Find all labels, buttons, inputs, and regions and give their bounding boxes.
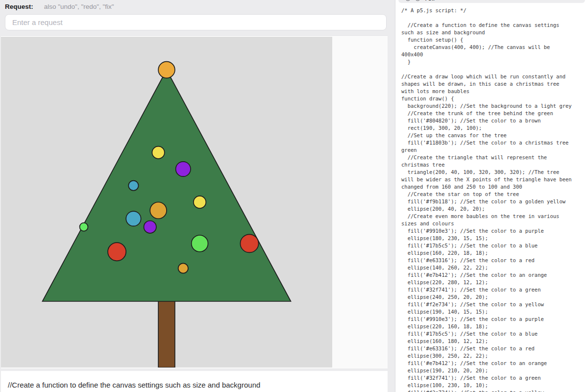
code-line: christmas tree — [401, 161, 588, 169]
code-line: such as size and background — [401, 29, 588, 36]
tree-topper-bauble — [158, 62, 175, 78]
code-line: fill('#32f741'); //Set the color to a gr… — [401, 286, 588, 294]
bauble-purple — [176, 162, 191, 176]
request-hint: also "undo", "redo", "fix" — [44, 3, 114, 10]
code-line: rect(190, 300, 20, 100); — [401, 124, 588, 132]
code-line: with lots more baubles — [401, 88, 588, 95]
undo-icon[interactable] — [405, 0, 411, 1]
code-line: //Create even more baubles on the tree i… — [401, 213, 588, 220]
code-line: function draw() { — [401, 95, 588, 102]
bauble-blue — [128, 181, 138, 191]
request-label: Request: — [5, 3, 33, 10]
code-line: createCanvas(400, 400); //The canvas wil… — [401, 44, 588, 51]
code-line: //Set up the canvas for the tree — [401, 132, 588, 139]
bauble-yellow — [194, 196, 206, 208]
bauble-orange — [150, 202, 167, 219]
code-line: changed from 160 and 250 to 100 and 300 — [401, 183, 588, 191]
code-line: fill('#e7b412'); //Set the color to an o… — [401, 271, 588, 279]
code-line: //Create the triangle that will represen… — [401, 154, 588, 161]
code-line: ellipse(220, 160, 18, 18); — [401, 323, 588, 330]
code-line: will be wider as the X points of the tri… — [401, 176, 588, 183]
code-line: fill('#f2e734'); //Set the color to a ye… — [401, 301, 588, 308]
code-preview-box[interactable]: //Create a function to define the canvas… — [1, 371, 388, 392]
code-toolbar: run — [398, 0, 585, 3]
code-line: //Create a draw loop which will be run c… — [401, 73, 588, 80]
code-line: fill('#804820'); //Set the color to a br… — [401, 117, 588, 124]
code-line: fill('#9910e3'); //Set the color to a pu… — [401, 316, 588, 323]
bauble-purple — [144, 220, 156, 233]
bauble-blue — [126, 211, 141, 226]
tree-body — [43, 70, 291, 302]
code-line: /* A p5.js script: */ — [401, 7, 588, 14]
code-line: //Create a function to define the canvas… — [401, 22, 588, 29]
bauble-red — [240, 234, 258, 252]
code-line — [401, 66, 588, 73]
bauble-red — [108, 243, 126, 261]
code-line: ellipse(200, 40, 20, 20); — [401, 205, 588, 213]
code-line: triangle(200, 40, 100, 320, 300, 320); /… — [401, 169, 588, 176]
code-line: } — [401, 58, 588, 66]
code-line: function setup() { — [401, 36, 588, 44]
app-window: { "theme": { "page_bg": "#ececee", "pane… — [0, 0, 588, 392]
code-line: ellipse(220, 280, 12, 12); — [401, 279, 588, 286]
code-line: fill('#e63316'); //Set the color to a re… — [401, 257, 588, 264]
code-line: sizes and colours — [401, 220, 588, 227]
code-line: fill('#11803b'); //Set the color to a ch… — [401, 139, 588, 147]
code-editor-text[interactable]: /* A p5.js script: */ //Create a functio… — [401, 7, 588, 392]
code-line: ellipse(180, 230, 15, 15); — [401, 235, 588, 242]
bauble-yellow — [152, 147, 164, 159]
code-line: fill('#f9b118'); //Set the color to a go… — [401, 198, 588, 205]
code-line: ellipse(190, 140, 15, 15); — [401, 308, 588, 316]
code-line: ellipse(240, 250, 20, 20); — [401, 294, 588, 301]
code-preview-line: //Create a function to define the canvas… — [8, 380, 383, 391]
p5-canvas — [1, 37, 332, 368]
code-line: shapes will be drawn, in this case a chr… — [401, 80, 588, 88]
request-header: Request:also "undo", "redo", "fix" — [5, 2, 114, 12]
request-input[interactable] — [5, 14, 387, 30]
code-line: green — [401, 147, 588, 154]
code-line: ellipse(190, 210, 20, 20); — [401, 367, 588, 374]
bauble-orange — [178, 263, 188, 273]
bauble-green — [192, 235, 208, 252]
run-button[interactable]: run — [425, 0, 435, 1]
code-line — [401, 14, 588, 22]
code-line: 400x400 — [401, 51, 588, 58]
code-editor-panel[interactable]: run /* A p5.js script: */ //Create a fun… — [395, 0, 588, 392]
code-line: fill('#17b5c5'); //Set the color to a bl… — [401, 330, 588, 338]
code-line: fill('#f2e734'); //Set the color to a ye… — [401, 389, 588, 392]
code-line: //Create the trunk of the tree behind th… — [401, 110, 588, 117]
code-line: ellipse(160, 220, 18, 18); — [401, 249, 588, 257]
code-line: fill('#17b5c5'); //Set the color to a bl… — [401, 242, 588, 249]
code-line: fill('#32f741'); //Set the color to a gr… — [401, 374, 588, 382]
code-line: background(220); //Set the background to… — [401, 102, 588, 110]
code-line: fill('#e63316'); //Set the color to a re… — [401, 345, 588, 352]
code-line: //Create the star on top of the tree — [401, 191, 588, 198]
code-line: ellipse(160, 180, 12, 12); — [401, 338, 588, 345]
bauble-green — [80, 223, 88, 231]
code-line: fill('#9910e3'); //Set the color to a pu… — [401, 227, 588, 235]
code-line: ellipse(140, 260, 22, 22); — [401, 264, 588, 271]
redo-icon[interactable] — [415, 0, 420, 1]
code-line: ellipse(100, 230, 10, 10); — [401, 382, 588, 389]
code-line: ellipse(300, 250, 22, 22); — [401, 352, 588, 360]
code-line: fill('#e7b412'); //Set the color to an o… — [401, 360, 588, 367]
